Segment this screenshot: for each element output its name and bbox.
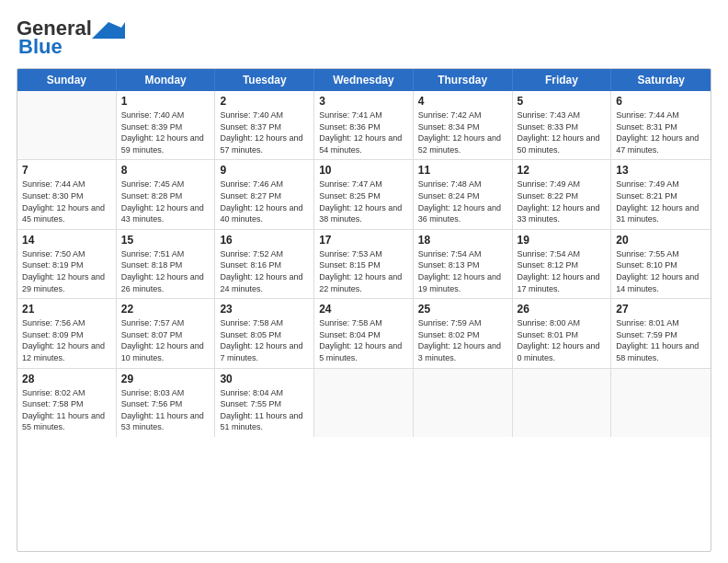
cell-info: Sunrise: 7:45 AM Sunset: 8:28 PM Dayligh…: [121, 178, 210, 224]
calendar-cell: 19Sunrise: 7:54 AM Sunset: 8:12 PM Dayli…: [513, 230, 612, 298]
cell-info: Sunrise: 8:02 AM Sunset: 7:58 PM Dayligh…: [22, 387, 111, 433]
day-number: 30: [220, 373, 309, 385]
calendar-cell: 1Sunrise: 7:40 AM Sunset: 8:39 PM Daylig…: [117, 91, 216, 159]
cell-info: Sunrise: 7:44 AM Sunset: 8:31 PM Dayligh…: [616, 109, 706, 155]
svg-marker-0: [92, 22, 125, 39]
calendar-cell: 9Sunrise: 7:46 AM Sunset: 8:27 PM Daylig…: [215, 160, 314, 228]
day-number: 20: [616, 234, 706, 247]
calendar-cell: 23Sunrise: 7:58 AM Sunset: 8:05 PM Dayli…: [215, 299, 314, 367]
day-number: 10: [319, 164, 408, 177]
day-number: 4: [418, 95, 507, 108]
cell-info: Sunrise: 7:49 AM Sunset: 8:21 PM Dayligh…: [616, 178, 706, 224]
cell-info: Sunrise: 8:00 AM Sunset: 8:01 PM Dayligh…: [518, 317, 607, 363]
calendar-cell: 26Sunrise: 8:00 AM Sunset: 8:01 PM Dayli…: [513, 299, 612, 367]
cell-info: Sunrise: 7:58 AM Sunset: 8:04 PM Dayligh…: [319, 317, 408, 363]
day-number: 18: [418, 234, 507, 247]
cell-info: Sunrise: 8:01 AM Sunset: 7:59 PM Dayligh…: [616, 317, 706, 363]
calendar-body: 1Sunrise: 7:40 AM Sunset: 8:39 PM Daylig…: [17, 91, 711, 437]
calendar-cell: 14Sunrise: 7:50 AM Sunset: 8:19 PM Dayli…: [17, 230, 117, 298]
calendar-cell: 30Sunrise: 8:04 AM Sunset: 7:55 PM Dayli…: [215, 369, 314, 437]
calendar-cell: 28Sunrise: 8:02 AM Sunset: 7:58 PM Dayli…: [17, 369, 117, 437]
page-header: General Blue: [17, 17, 711, 59]
day-number: 6: [616, 95, 706, 108]
day-number: 25: [418, 303, 507, 316]
day-number: 29: [121, 373, 210, 385]
calendar-row: 28Sunrise: 8:02 AM Sunset: 7:58 PM Dayli…: [17, 369, 711, 437]
cell-info: Sunrise: 7:50 AM Sunset: 8:19 PM Dayligh…: [22, 248, 111, 294]
weekday-header: Sunday: [17, 69, 117, 91]
day-number: 14: [22, 234, 111, 247]
cell-info: Sunrise: 7:58 AM Sunset: 8:05 PM Dayligh…: [220, 317, 309, 363]
cell-info: Sunrise: 7:52 AM Sunset: 8:16 PM Dayligh…: [220, 248, 309, 294]
cell-info: Sunrise: 7:46 AM Sunset: 8:27 PM Dayligh…: [220, 178, 309, 224]
calendar-cell: 10Sunrise: 7:47 AM Sunset: 8:25 PM Dayli…: [314, 160, 414, 228]
cell-info: Sunrise: 7:49 AM Sunset: 8:22 PM Dayligh…: [518, 178, 607, 224]
day-number: 19: [518, 234, 607, 247]
calendar: SundayMondayTuesdayWednesdayThursdayFrid…: [17, 68, 711, 552]
day-number: 17: [319, 234, 408, 247]
calendar-cell: 2Sunrise: 7:40 AM Sunset: 8:37 PM Daylig…: [215, 91, 314, 159]
day-number: 11: [418, 164, 507, 177]
weekday-header: Tuesday: [215, 69, 314, 91]
cell-info: Sunrise: 7:40 AM Sunset: 8:37 PM Dayligh…: [220, 109, 309, 155]
cell-info: Sunrise: 7:54 AM Sunset: 8:13 PM Dayligh…: [418, 248, 507, 294]
cell-info: Sunrise: 7:53 AM Sunset: 8:15 PM Dayligh…: [319, 248, 408, 294]
day-number: 27: [616, 303, 706, 316]
calendar-cell: 22Sunrise: 7:57 AM Sunset: 8:07 PM Dayli…: [117, 299, 216, 367]
logo: General Blue: [17, 17, 125, 59]
day-number: 22: [121, 303, 210, 316]
calendar-cell: 13Sunrise: 7:49 AM Sunset: 8:21 PM Dayli…: [611, 160, 711, 228]
day-number: 15: [121, 234, 210, 247]
weekday-header: Thursday: [414, 69, 513, 91]
cell-info: Sunrise: 7:51 AM Sunset: 8:18 PM Dayligh…: [121, 248, 210, 294]
calendar-cell: 5Sunrise: 7:43 AM Sunset: 8:33 PM Daylig…: [513, 91, 612, 159]
day-number: 7: [22, 164, 111, 177]
calendar-cell: 3Sunrise: 7:41 AM Sunset: 8:36 PM Daylig…: [314, 91, 414, 159]
calendar-cell: 24Sunrise: 7:58 AM Sunset: 8:04 PM Dayli…: [314, 299, 414, 367]
weekday-header: Wednesday: [314, 69, 414, 91]
cell-info: Sunrise: 7:44 AM Sunset: 8:30 PM Dayligh…: [22, 178, 111, 224]
cell-info: Sunrise: 7:54 AM Sunset: 8:12 PM Dayligh…: [518, 248, 607, 294]
day-number: 28: [22, 373, 111, 385]
cell-info: Sunrise: 7:47 AM Sunset: 8:25 PM Dayligh…: [319, 178, 408, 224]
calendar-cell: 29Sunrise: 8:03 AM Sunset: 7:56 PM Dayli…: [117, 369, 216, 437]
calendar-cell: 21Sunrise: 7:56 AM Sunset: 8:09 PM Dayli…: [17, 299, 117, 367]
weekday-header: Friday: [513, 69, 612, 91]
cell-info: Sunrise: 7:48 AM Sunset: 8:24 PM Dayligh…: [418, 178, 507, 224]
calendar-cell: 4Sunrise: 7:42 AM Sunset: 8:34 PM Daylig…: [414, 91, 513, 159]
cell-info: Sunrise: 7:42 AM Sunset: 8:34 PM Dayligh…: [418, 109, 507, 155]
logo-icon: [92, 18, 125, 39]
calendar-cell: 17Sunrise: 7:53 AM Sunset: 8:15 PM Dayli…: [314, 230, 414, 298]
calendar-row: 21Sunrise: 7:56 AM Sunset: 8:09 PM Dayli…: [17, 299, 711, 368]
calendar-cell: [414, 369, 513, 437]
cell-info: Sunrise: 7:59 AM Sunset: 8:02 PM Dayligh…: [418, 317, 507, 363]
cell-info: Sunrise: 8:03 AM Sunset: 7:56 PM Dayligh…: [121, 387, 210, 433]
weekday-header: Monday: [117, 69, 216, 91]
calendar-cell: 8Sunrise: 7:45 AM Sunset: 8:28 PM Daylig…: [117, 160, 216, 228]
calendar-header: SundayMondayTuesdayWednesdayThursdayFrid…: [17, 69, 711, 91]
calendar-cell: [17, 91, 117, 159]
cell-info: Sunrise: 7:43 AM Sunset: 8:33 PM Dayligh…: [518, 109, 607, 155]
day-number: 1: [121, 95, 210, 108]
cell-info: Sunrise: 8:04 AM Sunset: 7:55 PM Dayligh…: [220, 387, 309, 433]
weekday-header: Saturday: [611, 69, 711, 91]
calendar-cell: 15Sunrise: 7:51 AM Sunset: 8:18 PM Dayli…: [117, 230, 216, 298]
cell-info: Sunrise: 7:40 AM Sunset: 8:39 PM Dayligh…: [121, 109, 210, 155]
day-number: 3: [319, 95, 408, 108]
cell-info: Sunrise: 7:55 AM Sunset: 8:10 PM Dayligh…: [616, 248, 706, 294]
calendar-cell: 20Sunrise: 7:55 AM Sunset: 8:10 PM Dayli…: [611, 230, 711, 298]
day-number: 9: [220, 164, 309, 177]
day-number: 21: [22, 303, 111, 316]
day-number: 13: [616, 164, 706, 177]
day-number: 23: [220, 303, 309, 316]
day-number: 24: [319, 303, 408, 316]
day-number: 8: [121, 164, 210, 177]
cell-info: Sunrise: 7:57 AM Sunset: 8:07 PM Dayligh…: [121, 317, 210, 363]
calendar-row: 14Sunrise: 7:50 AM Sunset: 8:19 PM Dayli…: [17, 230, 711, 299]
cell-info: Sunrise: 7:56 AM Sunset: 8:09 PM Dayligh…: [22, 317, 111, 363]
day-number: 26: [518, 303, 607, 316]
day-number: 2: [220, 95, 309, 108]
day-number: 12: [518, 164, 607, 177]
calendar-cell: 11Sunrise: 7:48 AM Sunset: 8:24 PM Dayli…: [414, 160, 513, 228]
calendar-cell: [314, 369, 414, 437]
